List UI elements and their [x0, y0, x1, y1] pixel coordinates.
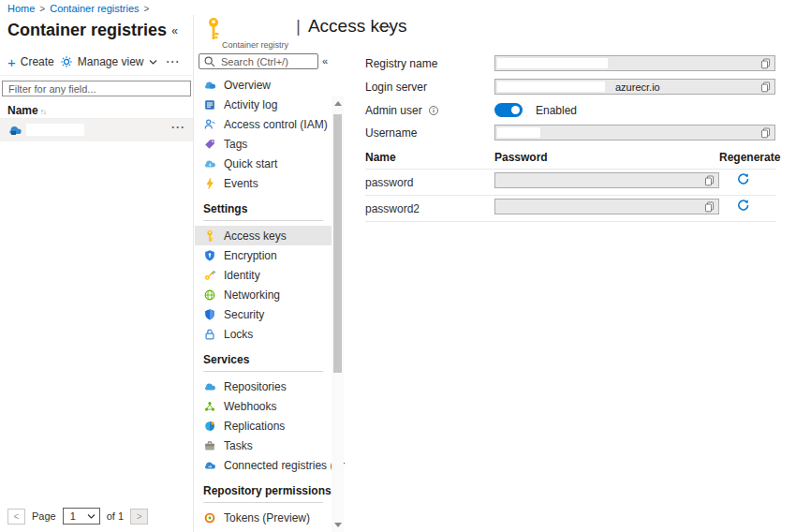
search-icon — [203, 55, 216, 68]
menu-group-repository-permissions: Repository permissions — [203, 484, 332, 497]
menu-item-encryption[interactable]: Encryption — [195, 245, 332, 265]
table-divider — [365, 169, 775, 170]
registry-name-redacted — [497, 58, 608, 68]
menu-item-events[interactable]: Events — [195, 173, 332, 193]
menu-item-tasks[interactable]: Tasks — [195, 436, 332, 455]
menu-item-locks[interactable]: Locks — [195, 324, 332, 344]
regenerate-icon[interactable] — [736, 199, 751, 214]
page-of-label: of 1 — [107, 510, 124, 522]
webhook-icon — [203, 400, 216, 413]
globe-replication-icon — [203, 420, 216, 433]
login-server-field: azurecr.io — [494, 79, 775, 95]
next-page-button[interactable]: > — [130, 509, 148, 525]
identity-key-icon — [203, 269, 216, 282]
filter-input[interactable] — [2, 81, 191, 96]
registry-list-row[interactable]: ··· — [0, 119, 193, 141]
registry-name-row: Registry name — [365, 55, 775, 72]
container-registries-panel: Container registries « + Create Manage v… — [0, 15, 194, 532]
menu-scrollbar — [332, 96, 344, 532]
create-button[interactable]: + Create — [7, 55, 54, 69]
menu-item-quick-start[interactable]: Quick start — [195, 154, 332, 173]
tag-icon — [203, 138, 216, 151]
name-column-header[interactable]: Name↑↓ — [7, 104, 46, 117]
menu-item-webhooks[interactable]: Webhooks — [195, 396, 332, 416]
menu-item-connected-registries[interactable]: Connected registries (Preview) — [195, 455, 332, 475]
title-separator: | — [296, 16, 301, 36]
shield-lock-icon — [203, 249, 216, 262]
copy-icon[interactable] — [703, 174, 715, 186]
row-context-menu-button[interactable]: ··· — [171, 121, 185, 134]
group-divider — [203, 371, 323, 372]
menu-item-access-control-iam[interactable]: Access control (IAM) — [195, 114, 332, 134]
breadcrumb-section-link[interactable]: Container registries — [50, 3, 139, 14]
login-server-label: Login server — [365, 81, 427, 94]
admin-user-toggle[interactable] — [494, 103, 523, 117]
menu-search-input[interactable] — [219, 55, 314, 68]
table-divider — [365, 221, 775, 222]
container-registry-icon — [7, 123, 22, 138]
regenerate-icon[interactable] — [736, 172, 751, 187]
globe-icon — [203, 288, 216, 302]
admin-user-status: Enabled — [536, 104, 577, 117]
breadcrumb-separator: > — [144, 4, 150, 14]
panel-collapse-icon[interactable]: « — [171, 24, 178, 37]
menu-item-scope-maps[interactable]: Scope maps (Preview) — [195, 527, 332, 532]
lightning-icon — [203, 177, 216, 190]
username-row: Username — [365, 125, 775, 141]
menu-item-tokens[interactable]: Tokens (Preview) — [195, 508, 332, 527]
breadcrumb-separator: > — [39, 4, 45, 14]
copy-icon[interactable] — [759, 81, 772, 93]
menu-item-repositories[interactable]: Repositories — [195, 377, 332, 396]
menu-collapse-icon[interactable]: « — [322, 55, 328, 66]
breadcrumb: Home>Container registries> — [7, 3, 154, 14]
prev-page-button[interactable]: < — [7, 509, 25, 525]
password2-field — [494, 199, 719, 214]
sort-icon: ↑↓ — [40, 108, 46, 116]
menu-item-overview[interactable]: Overview — [195, 75, 332, 95]
menu-search-box — [199, 53, 318, 69]
menu-item-security[interactable]: Security — [195, 304, 332, 324]
list-toolbar: + Create Manage view ··· — [7, 52, 189, 71]
menu-item-identity[interactable]: Identity — [195, 265, 332, 285]
group-divider — [203, 220, 323, 221]
password-field — [494, 172, 719, 188]
manage-view-button[interactable]: Manage view — [60, 55, 157, 68]
copy-icon[interactable] — [759, 126, 772, 139]
menu-item-networking[interactable]: Networking — [195, 285, 332, 304]
shield-icon — [203, 308, 216, 321]
cloud-icon — [203, 157, 216, 170]
password2-row: password2 — [365, 198, 775, 220]
page-title: Container registries — [7, 21, 167, 39]
username-field — [494, 125, 775, 140]
password2-name: password2 — [365, 202, 420, 215]
password-name: password — [365, 176, 413, 189]
copy-icon[interactable] — [759, 57, 772, 69]
breadcrumb-home-link[interactable]: Home — [7, 3, 35, 14]
plus-icon: + — [7, 55, 16, 69]
menu-item-access-keys[interactable]: Access keys — [195, 226, 332, 245]
page-label: Page — [32, 510, 56, 522]
password-row: password — [365, 171, 775, 194]
gear-icon — [60, 55, 73, 68]
scrollbar-thumb[interactable] — [333, 114, 342, 373]
menu-group-services: Services — [203, 353, 332, 366]
page-select[interactable]: 1 — [63, 508, 100, 525]
toolbar-more-button[interactable]: ··· — [167, 55, 181, 68]
scroll-down-arrow[interactable] — [334, 523, 342, 527]
menu-item-tags[interactable]: Tags — [195, 134, 332, 154]
chevron-down-icon — [87, 513, 96, 520]
copy-icon[interactable] — [703, 200, 715, 213]
login-server-value: azurecr.io — [615, 81, 660, 93]
person-key-icon — [203, 118, 216, 131]
username-redacted — [497, 127, 540, 138]
scroll-up-arrow[interactable] — [334, 101, 342, 106]
briefcase-icon — [203, 439, 216, 452]
lock-icon — [203, 328, 216, 341]
blade-more-button[interactable]: ··· — [378, 21, 392, 34]
pagination: < Page 1 of 1 > — [7, 508, 148, 525]
menu-item-replications[interactable]: Replications — [195, 416, 332, 436]
access-keys-blade: Container registry |Access keys ··· « Ov… — [195, 0, 796, 532]
token-icon — [203, 511, 216, 525]
menu-item-activity-log[interactable]: Activity log — [195, 95, 332, 114]
cloud-icon — [203, 79, 216, 92]
